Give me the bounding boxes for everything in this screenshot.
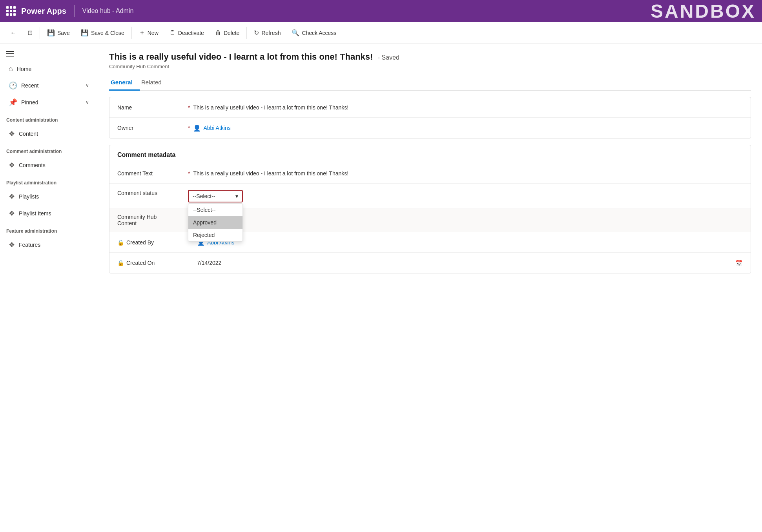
section-title: Comment metadata bbox=[109, 145, 751, 163]
top-nav-left: Power Apps Video hub - Admin bbox=[6, 5, 133, 17]
save-close-button[interactable]: 💾 Save & Close bbox=[75, 26, 130, 40]
hamburger-icon bbox=[6, 51, 14, 56]
comment-admin-section-title: Comment administration bbox=[0, 142, 98, 157]
delete-button[interactable]: 🗑 Delete bbox=[210, 26, 245, 40]
check-access-icon: 🔍 bbox=[292, 29, 299, 36]
tab-general[interactable]: General bbox=[109, 75, 140, 91]
comments-icon: ❖ bbox=[9, 161, 15, 169]
content-admin-section-title: Content administration bbox=[0, 111, 98, 125]
dropdown-chevron-icon: ▾ bbox=[235, 193, 238, 199]
sidebar-item-playlists[interactable]: ❖ Playlists bbox=[2, 188, 95, 205]
comment-metadata-section: Comment metadata Comment Text * This is … bbox=[109, 145, 751, 273]
owner-value-link[interactable]: 👤 Abbi Atkins bbox=[193, 124, 230, 132]
content-icon: ❖ bbox=[9, 129, 15, 138]
name-required: * bbox=[188, 104, 190, 111]
created-by-lock-icon: 🔒 bbox=[117, 239, 124, 246]
owner-row: Owner * 👤 Abbi Atkins bbox=[109, 118, 751, 138]
page-title: This is a really useful video - I learnt… bbox=[109, 52, 373, 62]
dropdown-menu: --Select-- Approved Rejected bbox=[188, 203, 243, 242]
refresh-button[interactable]: ↻ Refresh bbox=[248, 26, 286, 40]
recent-icon: 🕐 bbox=[9, 81, 17, 90]
dropdown-selected-value: --Select-- bbox=[193, 193, 215, 199]
created-on-value: 7/14/2022 bbox=[197, 260, 735, 266]
page-saved-label: - Saved bbox=[378, 54, 399, 61]
comment-text-label: Comment Text bbox=[117, 170, 188, 177]
new-icon: ＋ bbox=[139, 29, 145, 37]
delete-icon: 🗑 bbox=[215, 29, 221, 36]
comment-text-row: Comment Text * This is a really useful v… bbox=[109, 163, 751, 184]
sidebar-item-home[interactable]: ⌂ Home bbox=[2, 61, 95, 77]
pinned-chevron: ∨ bbox=[86, 100, 89, 105]
name-row: Name * This is a really useful video - I… bbox=[109, 97, 751, 118]
comment-status-label: Comment status bbox=[117, 190, 188, 196]
sidebar-item-comments[interactable]: ❖ Comments bbox=[2, 157, 95, 173]
calendar-icon[interactable]: 📅 bbox=[735, 259, 743, 267]
sidebar-item-playlist-items[interactable]: ❖ Playlist Items bbox=[2, 205, 95, 222]
comment-status-dropdown-wrapper: --Select-- ▾ --Select-- Approved Rejecte… bbox=[188, 190, 243, 202]
owner-user-icon: 👤 bbox=[193, 124, 201, 132]
dropdown-option-rejected[interactable]: Rejected bbox=[188, 229, 242, 241]
deactivate-button[interactable]: 🗒 Deactivate bbox=[164, 26, 210, 40]
created-on-row: 🔒 Created On 7/14/2022 📅 bbox=[109, 253, 751, 273]
toolbar-divider-1 bbox=[40, 27, 40, 39]
main-layout: ⌂ Home 🕐 Recent ∨ 📌 Pinned ∨ Content adm… bbox=[0, 44, 762, 532]
sidebar-item-content[interactable]: ❖ Content bbox=[2, 126, 95, 142]
sidebar: ⌂ Home 🕐 Recent ∨ 📌 Pinned ∨ Content adm… bbox=[0, 44, 98, 532]
home-icon: ⌂ bbox=[9, 65, 13, 73]
app-title: Power Apps bbox=[21, 7, 66, 16]
back-icon: ← bbox=[10, 29, 16, 36]
tab-related[interactable]: Related bbox=[140, 75, 169, 91]
comment-text-value: This is a really useful video - I learnt… bbox=[193, 170, 743, 177]
comment-status-row: Comment status --Select-- ▾ --Select-- A… bbox=[109, 184, 751, 208]
external-button[interactable]: ⊡ bbox=[22, 26, 38, 40]
save-button[interactable]: 💾 Save bbox=[42, 26, 75, 40]
nav-divider bbox=[74, 5, 75, 17]
sidebar-item-pinned[interactable]: 📌 Pinned ∨ bbox=[2, 94, 95, 111]
sandbox-label: SANDBOX bbox=[651, 0, 756, 22]
community-hub-label: Community Hub Content bbox=[117, 214, 188, 226]
recent-chevron: ∨ bbox=[86, 83, 89, 88]
comment-text-required: * bbox=[188, 170, 190, 177]
back-button[interactable]: ← bbox=[5, 26, 22, 40]
playlist-items-icon: ❖ bbox=[9, 209, 15, 218]
playlists-icon: ❖ bbox=[9, 192, 15, 201]
created-on-label: Created On bbox=[126, 260, 197, 266]
sidebar-item-recent[interactable]: 🕐 Recent ∨ bbox=[2, 77, 95, 94]
save-close-icon: 💾 bbox=[81, 29, 89, 36]
page-header: This is a really useful video - I learnt… bbox=[98, 44, 762, 91]
waffle-icon[interactable] bbox=[6, 6, 16, 16]
check-access-button[interactable]: 🔍 Check Access bbox=[286, 26, 342, 40]
owner-required: * bbox=[188, 125, 190, 131]
new-button[interactable]: ＋ New bbox=[133, 26, 164, 40]
page-title-row: This is a really useful video - I learnt… bbox=[109, 52, 751, 62]
features-icon: ❖ bbox=[9, 240, 15, 249]
dropdown-option-select[interactable]: --Select-- bbox=[188, 204, 242, 216]
dropdown-option-approved[interactable]: Approved bbox=[188, 216, 242, 229]
name-label: Name bbox=[117, 104, 188, 111]
toolbar-divider-3 bbox=[246, 27, 247, 39]
toolbar-divider-2 bbox=[131, 27, 132, 39]
playlist-admin-section-title: Playlist administration bbox=[0, 174, 98, 188]
owner-label: Owner bbox=[117, 125, 188, 131]
external-icon: ⊡ bbox=[27, 29, 33, 36]
sidebar-item-features[interactable]: ❖ Features bbox=[2, 237, 95, 253]
feature-admin-section-title: Feature administration bbox=[0, 222, 98, 236]
created-by-label: Created By bbox=[126, 239, 197, 246]
deactivate-icon: 🗒 bbox=[170, 29, 176, 36]
pinned-icon: 📌 bbox=[9, 98, 17, 107]
toolbar: ← ⊡ 💾 Save 💾 Save & Close ＋ New 🗒 Deacti… bbox=[0, 22, 762, 44]
basic-form-section: Name * This is a really useful video - I… bbox=[109, 97, 751, 138]
tabs: General Related bbox=[109, 75, 751, 91]
name-value: This is a really useful video - I learnt… bbox=[193, 104, 743, 111]
app-subtitle: Video hub - Admin bbox=[82, 7, 133, 15]
created-on-lock-icon: 🔒 bbox=[117, 260, 124, 266]
hamburger-button[interactable] bbox=[0, 47, 98, 60]
page-subtitle: Community Hub Comment bbox=[109, 64, 751, 69]
refresh-icon: ↻ bbox=[254, 29, 259, 36]
save-icon: 💾 bbox=[47, 29, 55, 36]
comment-status-dropdown[interactable]: --Select-- ▾ bbox=[188, 190, 243, 202]
content-area: This is a really useful video - I learnt… bbox=[98, 44, 762, 532]
top-nav: Power Apps Video hub - Admin SANDBOX bbox=[0, 0, 762, 22]
